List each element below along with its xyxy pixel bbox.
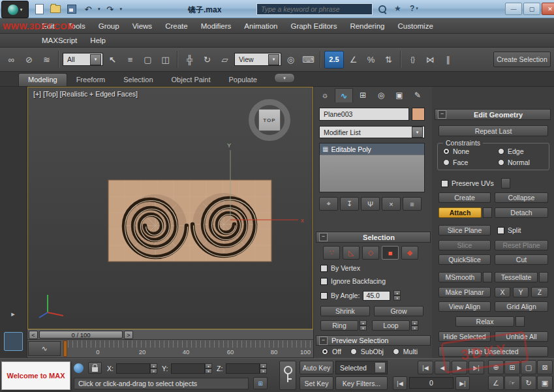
configure-sets-button[interactable]: ≡ — [403, 197, 422, 211]
snaps-toggle-button[interactable]: 2.5 — [324, 51, 344, 68]
time-slider[interactable]: < 0 / 100 > — [27, 329, 313, 340]
select-rotate-button[interactable]: ↻ — [199, 52, 215, 68]
reference-coordinate-select[interactable]: View ▾ — [234, 53, 281, 66]
ribbon-tab-freeform[interactable]: Freeform — [67, 74, 115, 86]
rectangular-region-button[interactable]: ▢ — [140, 52, 156, 68]
previous-key-button[interactable]: |◀ — [393, 376, 407, 390]
go-start-button[interactable]: |◀ — [418, 361, 433, 374]
border-subobject-button[interactable]: ◇ — [362, 246, 379, 260]
percent-snap-button[interactable]: % — [363, 52, 379, 68]
msmooth-button[interactable]: MSmooth — [439, 272, 482, 282]
viewport-layout-tab[interactable] — [4, 332, 23, 351]
x-coord-field[interactable] — [116, 363, 150, 374]
preview-multi-radio[interactable] — [393, 348, 399, 355]
ring-button[interactable]: Ring — [320, 320, 358, 331]
menu-customize[interactable]: Customize — [391, 22, 439, 30]
maximize-viewport-button[interactable]: ▣ — [537, 376, 553, 390]
redo-button[interactable]: ↷ — [104, 3, 117, 16]
planar-x-button[interactable]: X — [495, 287, 510, 297]
application-menu-button[interactable]: ▾ — [1, 1, 29, 18]
bind-spacewarp-button[interactable]: ≋ — [38, 52, 55, 68]
fov-button[interactable]: ∠ — [488, 376, 504, 390]
tessellate-button[interactable]: Tessellate — [495, 272, 538, 282]
mirror-button[interactable]: ⋈ — [422, 52, 439, 68]
ring-spinner[interactable]: ▴▾ — [360, 320, 367, 331]
planar-y-button[interactable]: Y — [513, 287, 529, 297]
preserve-uvs-checkbox[interactable] — [441, 180, 448, 187]
shrink-button[interactable]: Shrink — [320, 306, 370, 316]
menu-help[interactable]: Help — [84, 37, 112, 44]
constraint-edge-radio[interactable] — [498, 148, 504, 155]
select-move-button[interactable]: ╬ — [181, 52, 198, 68]
undo-dropdown-icon[interactable]: ▾ — [98, 7, 100, 12]
relax-settings-button[interactable] — [516, 316, 525, 327]
preview-selection-header[interactable]: − Preview Selection — [316, 335, 431, 346]
tab-modify[interactable]: ∿ — [335, 88, 353, 102]
select-link-button[interactable]: ∞ — [3, 52, 20, 68]
favorites-button[interactable]: ★ — [394, 4, 401, 13]
status-sphere-icon[interactable] — [74, 363, 84, 373]
planar-z-button[interactable]: Z — [531, 287, 548, 297]
track-bar[interactable]: ∿ 0 20 40 60 80 100 — [27, 340, 313, 358]
new-scene-button[interactable] — [33, 3, 46, 16]
attach-settings-button[interactable] — [483, 207, 492, 218]
grow-button[interactable]: Grow — [374, 306, 423, 316]
menu-rendering[interactable]: Rendering — [343, 22, 391, 30]
vertex-subobject-button[interactable]: ∵ — [323, 246, 340, 260]
mini-curve-editor-button[interactable]: ∿ — [28, 341, 61, 356]
attach-button[interactable]: Attach — [439, 207, 482, 218]
pan-button[interactable]: ☞ — [504, 376, 520, 390]
remove-modifier-button[interactable]: × — [382, 197, 401, 211]
viewport[interactable]: Y x [+] [Top] [Realistic + Edged Faces] … — [27, 87, 313, 329]
expand-panel-button[interactable]: ▸ — [7, 307, 19, 320]
menu-views[interactable]: Views — [126, 22, 159, 30]
create-button[interactable]: Create — [439, 192, 491, 203]
welcome-popup[interactable]: Welcome to MAX — [1, 361, 70, 390]
by-vertex-checkbox[interactable] — [320, 265, 328, 272]
collapse-button[interactable]: Collapse — [495, 192, 548, 203]
constraint-face-radio[interactable] — [443, 159, 450, 166]
preserve-uvs-settings-button[interactable] — [501, 178, 510, 188]
search-button[interactable] — [378, 5, 386, 14]
open-file-button[interactable] — [49, 3, 62, 16]
spinner-snap-button[interactable]: ⇅ — [380, 52, 397, 68]
menu-animation[interactable]: Animation — [238, 22, 284, 30]
close-button[interactable]: ✕ — [542, 3, 554, 15]
edit-geometry-header[interactable]: − Edit Geometry — [435, 109, 551, 120]
pin-stack-button[interactable]: ⌖ — [319, 197, 338, 211]
quickslice-button[interactable]: QuickSlice — [439, 254, 491, 265]
model-plane[interactable] — [108, 180, 271, 262]
time-slider-handle[interactable]: 0 / 100 — [39, 331, 123, 339]
ribbon-tab-modeling[interactable]: Modeling — [18, 73, 67, 86]
selection-rollout-header[interactable]: − Selection — [316, 232, 431, 243]
menu-create[interactable]: Create — [159, 22, 194, 30]
select-by-name-button[interactable]: ≡ — [122, 52, 138, 68]
by-angle-checkbox[interactable] — [320, 292, 328, 299]
keyboard-override-button[interactable]: ⌨ — [300, 52, 316, 68]
window-crossing-button[interactable]: ◫ — [157, 52, 174, 68]
zoom-extents-all-button[interactable]: ⊠ — [537, 360, 553, 374]
auto-key-button[interactable]: Auto Key — [300, 361, 333, 374]
edit-named-sets-button[interactable]: {} — [405, 52, 421, 68]
tab-hierarchy[interactable]: ⊞ — [354, 88, 371, 102]
redo-dropdown-icon[interactable]: ▾ — [120, 7, 123, 12]
use-pivot-center-button[interactable]: ◎ — [283, 52, 299, 68]
selection-set-select[interactable]: Selected ▾ — [335, 361, 388, 374]
object-color-swatch[interactable] — [412, 108, 425, 121]
viewcube-face[interactable]: TOP — [258, 109, 281, 131]
preview-off-radio[interactable] — [322, 348, 328, 355]
current-frame-field[interactable]: 0 — [409, 377, 454, 389]
ribbon-tab-object-paint[interactable]: Object Paint — [162, 74, 220, 86]
help-button[interactable]: ? ▾ — [410, 4, 418, 13]
select-scale-button[interactable]: ▱ — [217, 52, 233, 68]
viewcube[interactable]: TOP — [247, 98, 292, 142]
ribbon-tab-populate[interactable]: Populate — [219, 74, 266, 86]
undo-button[interactable]: ↶ — [82, 3, 95, 16]
ribbon-config-button[interactable]: ▾ — [274, 73, 295, 83]
create-selection-button[interactable]: Create Selection — [493, 52, 551, 67]
ribbon-tab-selection[interactable]: Selection — [114, 74, 162, 86]
minimize-button[interactable]: — — [505, 3, 522, 15]
make-unique-button[interactable]: Ψ — [361, 197, 380, 211]
tessellate-settings-button[interactable] — [539, 272, 548, 282]
element-subobject-button[interactable]: ◆ — [401, 246, 418, 260]
